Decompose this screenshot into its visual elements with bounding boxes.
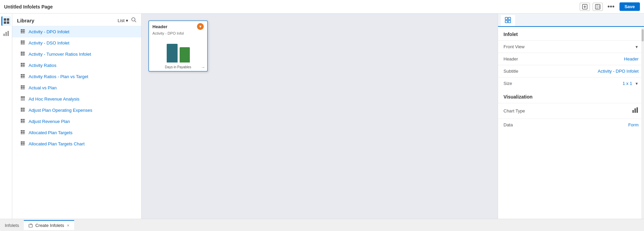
sidebar-item-label: Activity - Turnover Ratios Infolet bbox=[29, 52, 91, 57]
sidebar-item-adhoc-revenue[interactable]: Ad Hoc Revenue Analysis bbox=[12, 93, 141, 105]
svg-rect-49 bbox=[24, 65, 25, 66]
svg-point-15 bbox=[132, 18, 135, 21]
tab-infolets-label: Infolets bbox=[5, 223, 19, 228]
svg-rect-9 bbox=[7, 18, 9, 21]
front-view-row[interactable]: Front View ▼ bbox=[498, 40, 644, 53]
sidebar-item-activity-turnover[interactable]: Activity - Turnover Ratios Infolet bbox=[12, 49, 141, 60]
grid-icon bbox=[20, 85, 25, 91]
search-button[interactable] bbox=[131, 17, 136, 24]
svg-rect-13 bbox=[5, 32, 7, 36]
grid-icon bbox=[20, 107, 25, 113]
svg-rect-52 bbox=[24, 66, 25, 67]
svg-rect-8 bbox=[4, 18, 6, 21]
canvas-area[interactable]: Header ▼ Activity - DPO Infol Days in Pa… bbox=[142, 14, 498, 219]
infolet-card-header: Header ▼ bbox=[149, 21, 207, 31]
more-options-button[interactable]: ••• bbox=[606, 2, 617, 12]
sidebar-item-label: Allocated Plan Targets bbox=[29, 130, 72, 135]
svg-rect-84 bbox=[22, 111, 24, 112]
infolet-chart-area bbox=[149, 37, 207, 64]
svg-rect-80 bbox=[21, 109, 22, 111]
svg-rect-23 bbox=[21, 33, 22, 33]
sidebar-item-label: Allocated Plan Targets Chart bbox=[29, 141, 85, 146]
svg-rect-62 bbox=[21, 85, 22, 87]
scrollbar-thumb[interactable] bbox=[642, 29, 644, 41]
grid-icon bbox=[20, 40, 25, 46]
list-toggle[interactable]: List ▾ bbox=[118, 18, 128, 23]
sidebar-item-allocated-plan-chart[interactable]: Allocated Plan Targets Chart bbox=[12, 138, 141, 149]
svg-line-16 bbox=[135, 21, 136, 22]
bottom-bar: Infolets Create Infolets × bbox=[0, 219, 644, 231]
size-value[interactable]: 1 x 1 bbox=[623, 81, 632, 86]
infolet-section-title: Infolet bbox=[498, 27, 644, 40]
svg-rect-37 bbox=[24, 52, 25, 53]
grid-icon bbox=[20, 74, 25, 79]
svg-rect-97 bbox=[24, 130, 25, 131]
svg-rect-12 bbox=[3, 34, 5, 36]
right-panel: Infolet Front View ▼ Header Header Subti… bbox=[498, 14, 644, 219]
sidebar-item-adjust-revenue-plan[interactable]: Adjust Revenue Plan bbox=[12, 116, 141, 127]
svg-rect-35 bbox=[21, 52, 22, 53]
sidebar-header: Library List ▾ bbox=[12, 14, 141, 26]
tab-infolets[interactable]: Infolets bbox=[0, 220, 24, 230]
bar-chart-icon[interactable] bbox=[632, 107, 639, 115]
svg-rect-40 bbox=[24, 53, 25, 55]
svg-rect-103 bbox=[24, 134, 25, 134]
subtitle-value[interactable]: Activity - DPO Infolet bbox=[598, 69, 639, 74]
svg-rect-89 bbox=[21, 121, 22, 122]
data-value[interactable]: Form bbox=[628, 122, 639, 127]
svg-rect-22 bbox=[24, 31, 25, 32]
sidebar-item-activity-dso[interactable]: Activity - DSO Infolet bbox=[12, 37, 141, 49]
svg-rect-53 bbox=[21, 74, 22, 75]
sidebar-item-adjust-plan-opex[interactable]: Adjust Plan Operating Expenses bbox=[12, 105, 141, 116]
svg-rect-30 bbox=[22, 42, 24, 43]
svg-rect-48 bbox=[22, 65, 24, 66]
infolet-card[interactable]: Header ▼ Activity - DPO Infol Days in Pa… bbox=[148, 20, 208, 72]
svg-rect-98 bbox=[21, 132, 22, 133]
grid-icon bbox=[20, 51, 25, 57]
add-button[interactable] bbox=[580, 3, 590, 11]
front-view-dropdown-icon[interactable]: ▼ bbox=[635, 45, 639, 49]
svg-rect-92 bbox=[21, 122, 22, 123]
svg-rect-65 bbox=[21, 87, 22, 88]
sidebar-item-activity-dpo[interactable]: Activity - DPO Infolet bbox=[12, 26, 141, 37]
svg-rect-119 bbox=[637, 107, 638, 113]
sidebar-item-actual-vs-plan[interactable]: Actual vs Plan bbox=[12, 82, 141, 93]
icon-bar bbox=[0, 14, 12, 219]
sidebar-item-allocated-plan-targets[interactable]: Allocated Plan Targets bbox=[12, 127, 141, 138]
size-dropdown-icon[interactable]: ▼ bbox=[635, 82, 639, 86]
panel-toggle-button[interactable] bbox=[593, 3, 603, 11]
tab-create-close-icon[interactable]: × bbox=[67, 223, 69, 228]
svg-rect-63 bbox=[22, 85, 24, 87]
svg-rect-55 bbox=[24, 74, 25, 75]
header-value[interactable]: Header bbox=[624, 56, 639, 61]
svg-rect-28 bbox=[24, 40, 25, 42]
sidebar-item-activity-ratios[interactable]: Activity Ratios bbox=[12, 60, 141, 71]
infolet-card-badge[interactable]: ▼ bbox=[197, 23, 204, 30]
grid-icon bbox=[20, 29, 25, 35]
save-button[interactable]: Save bbox=[620, 2, 640, 11]
sidebar-item-activity-ratios-plan[interactable]: Activity Ratios - Plan vs Target bbox=[12, 71, 141, 82]
sidebar-item-label: Ad Hoc Revenue Analysis bbox=[29, 96, 80, 102]
top-bar-actions: ••• Save bbox=[580, 2, 640, 12]
svg-rect-61 bbox=[24, 77, 25, 78]
subtitle-row: Subtitle Activity - DPO Infolet bbox=[498, 65, 644, 77]
svg-rect-96 bbox=[22, 130, 24, 131]
tab-create-infolets[interactable]: Create Infolets × bbox=[24, 220, 74, 230]
svg-rect-59 bbox=[21, 77, 22, 78]
svg-rect-110 bbox=[21, 145, 22, 145]
svg-rect-101 bbox=[21, 134, 22, 134]
infolet-card-subtitle: Activity - DPO Infol bbox=[149, 31, 207, 37]
svg-rect-66 bbox=[22, 87, 24, 88]
sidebar-item-label: Activity - DSO Infolet bbox=[29, 40, 69, 46]
icon-bar-library[interactable] bbox=[1, 16, 11, 26]
page-title: Untitled Infolets Page bbox=[4, 4, 53, 10]
icon-bar-charts[interactable] bbox=[1, 29, 11, 38]
svg-rect-99 bbox=[22, 132, 24, 133]
tab-layout[interactable] bbox=[501, 15, 515, 27]
svg-rect-68 bbox=[21, 89, 22, 89]
svg-rect-79 bbox=[24, 108, 25, 109]
svg-rect-46 bbox=[24, 63, 25, 64]
svg-rect-107 bbox=[21, 143, 22, 144]
svg-rect-114 bbox=[508, 17, 511, 20]
svg-rect-25 bbox=[24, 33, 25, 33]
